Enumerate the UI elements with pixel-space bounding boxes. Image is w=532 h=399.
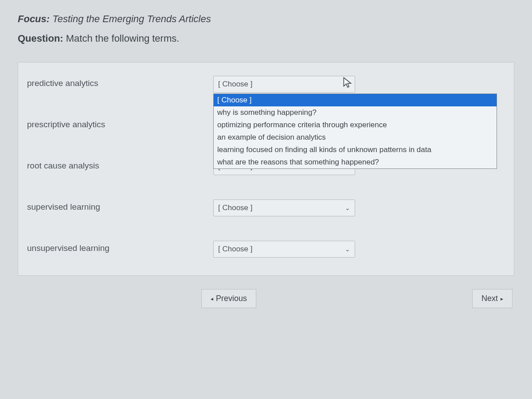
nav-row: ◂ Previous Next ▸ [18, 289, 514, 308]
term-label: supervised learning [27, 200, 213, 212]
next-label: Next [481, 294, 498, 303]
dropdown-option[interactable]: optimizing performance criteria through … [214, 119, 497, 131]
dropdown-option[interactable]: why is something happening? [214, 106, 497, 119]
dropdown-menu: [ Choose ] why is something happening? o… [213, 94, 497, 169]
match-row: unsupervised learning [ Choose ] ⌄ [27, 241, 505, 258]
dropdown-option[interactable]: [ Choose ] [214, 94, 497, 106]
select-predictive-analytics[interactable]: [ Choose ] [213, 76, 355, 93]
select-value: [ Choose ] [218, 245, 253, 254]
cursor-icon [343, 77, 352, 89]
select-value: [ Choose ] [218, 203, 253, 212]
chevron-down-icon: ⌄ [345, 204, 350, 211]
question-text: Match the following terms. [66, 33, 180, 44]
select-value: [ Choose ] [218, 80, 253, 89]
match-row: predictive analytics [ Choose ] [ Choose… [27, 76, 505, 93]
term-label: predictive analytics [27, 76, 213, 88]
next-button[interactable]: Next ▸ [472, 289, 512, 308]
dropdown-option[interactable]: an example of decision analytics [214, 131, 497, 144]
term-label: prescriptive analytics [27, 117, 213, 129]
dropdown-option[interactable]: what are the reasons that something happ… [214, 156, 497, 168]
previous-button[interactable]: ◂ Previous [201, 289, 256, 308]
select-wrap: [ Choose ] ⌄ [213, 241, 355, 258]
select-supervised-learning[interactable]: [ Choose ] ⌄ [213, 200, 355, 216]
term-label: unsupervised learning [27, 241, 213, 253]
focus-label: Focus: [18, 13, 50, 24]
triangle-left-icon: ◂ [211, 296, 213, 302]
focus-line: Focus: Testing the Emerging Trends Artic… [18, 13, 514, 25]
focus-text: Testing the Emerging Trends Articles [52, 13, 211, 24]
select-unsupervised-learning[interactable]: [ Choose ] ⌄ [213, 241, 355, 258]
previous-label: Previous [216, 294, 247, 303]
select-wrap: [ Choose ] ⌄ [213, 200, 355, 216]
matching-panel: predictive analytics [ Choose ] [ Choose… [18, 62, 514, 276]
chevron-down-icon: ⌄ [345, 246, 350, 253]
triangle-right-icon: ▸ [501, 296, 503, 302]
select-wrap: [ Choose ] [ Choose ] why is something h… [213, 76, 355, 93]
match-row: supervised learning [ Choose ] ⌄ [27, 200, 505, 216]
dropdown-option[interactable]: learning focused on finding all kinds of… [214, 144, 497, 156]
question-label: Question: [18, 33, 63, 44]
question-line: Question: Match the following terms. [18, 33, 514, 44]
term-label: root cause analysis [27, 158, 213, 171]
